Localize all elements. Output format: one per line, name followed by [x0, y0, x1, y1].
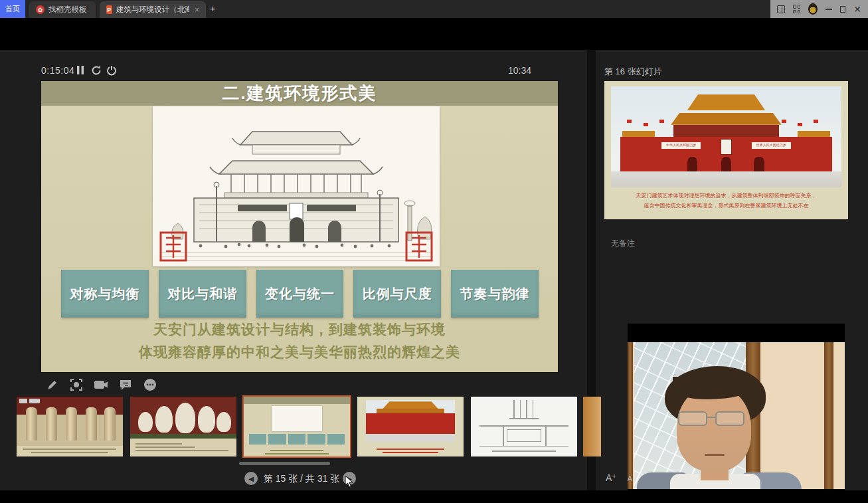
pause-icon[interactable] — [76, 65, 85, 75]
elapsed-timer: 0:15:04 — [41, 65, 74, 76]
next-slide-header: 第 16 张幻灯片 — [604, 66, 662, 78]
banner-left: 中华人民共和国万岁 — [661, 142, 701, 150]
banner-right: 世界人民大团结万岁 — [752, 142, 791, 150]
button-variety-unity[interactable]: 变化与统一 — [256, 270, 344, 318]
principle-buttons: 对称与均衡 对比与和谐 变化与统一 比例与尺度 节奏与韵律 — [61, 270, 539, 318]
presenter — [640, 362, 812, 489]
docer-icon: ✿ — [36, 5, 44, 14]
tab-docer-label: 找稻壳模板 — [48, 5, 87, 15]
tab-home[interactable]: 首页 — [0, 0, 25, 18]
presenter-webcam[interactable] — [628, 324, 845, 490]
slide-caption-line1: 天安门从建筑设计与结构，到建筑装饰与环境 — [41, 320, 558, 339]
thumbnail-slide-18-partial[interactable] — [583, 397, 601, 456]
preview-caption-line2: 蕴含中国传统文化和审美理念，形式美原则在整座建筑环境上无处不在 — [611, 201, 841, 211]
thumbnail-slide-13[interactable] — [17, 397, 123, 456]
tab-document[interactable]: P 建筑与环境设计（北海）(2).pptx × — [100, 1, 206, 18]
restart-icon[interactable] — [91, 65, 102, 76]
previous-slide-button[interactable]: ◀ — [244, 472, 258, 485]
presentation-stage: 0:15:04 10:34 二.建筑环境形式美 — [0, 50, 868, 490]
next-slide-preview[interactable]: 中华人民共和国万岁 世界人民大团结万岁 天安门建筑艺术体现对理想环境的追求，从建… — [604, 81, 848, 219]
tab-bar: 首页 ✿ 找稻壳模板 P 建筑与环境设计（北海）(2).pptx × + ✕ — [0, 0, 868, 18]
ppt-file-icon: P — [106, 5, 112, 14]
minimize-button[interactable] — [825, 9, 831, 10]
tab-docer-templates[interactable]: ✿ 找稻壳模板 — [29, 1, 96, 18]
slide-counter: 第 15 张 / 共 31 张 — [262, 473, 341, 485]
pen-tool-button[interactable] — [44, 377, 60, 393]
slide-filmstrip — [0, 396, 587, 458]
power-icon[interactable] — [106, 65, 117, 76]
portrait — [721, 139, 732, 155]
camera-button[interactable] — [93, 377, 109, 393]
user-avatar[interactable] — [808, 3, 818, 15]
font-decrease-button[interactable]: A — [628, 474, 632, 482]
new-tab-button[interactable]: + — [210, 3, 216, 14]
grid-view-icon[interactable] — [793, 5, 800, 13]
laser-pointer-button[interactable] — [68, 377, 84, 393]
thumbnail-slide-17[interactable] — [471, 397, 577, 456]
filmstrip-scrollbar[interactable] — [239, 462, 330, 465]
notes-font-controls: A⁺ A — [606, 472, 632, 483]
window-controls: ✕ — [770, 0, 868, 18]
thumbnail-slide-14[interactable] — [130, 397, 236, 456]
restore-button[interactable] — [840, 6, 846, 13]
wall-clock: 10:34 — [508, 65, 531, 76]
tiananmen-engraving-image — [153, 106, 440, 266]
button-contrast-harmony[interactable]: 对比与和谐 — [159, 270, 246, 318]
slide-title: 二.建筑环境形式美 — [41, 81, 558, 106]
current-slide[interactable]: 二.建筑环境形式美 — [41, 81, 558, 372]
font-increase-button[interactable]: A⁺ — [606, 472, 617, 483]
preview-caption-line1: 天安门建筑艺术体现对理想环境的追求，从建筑整体到细部装饰的呼应关系， — [611, 191, 841, 201]
mouse-cursor — [345, 475, 354, 488]
notes-placeholder: 无备注 — [611, 238, 635, 249]
webcam-video — [628, 342, 845, 489]
button-symmetry-balance[interactable]: 对称与均衡 — [61, 270, 149, 318]
comment-button[interactable] — [118, 377, 133, 393]
tab-document-label: 建筑与环境设计（北海）(2).pptx — [116, 5, 189, 15]
play-bar: 0:15:04 10:34 — [41, 63, 558, 79]
annotation-toolbar — [44, 377, 158, 393]
thumbnail-slide-15-current[interactable] — [244, 397, 350, 456]
tab-close-icon[interactable]: × — [195, 5, 199, 15]
more-options-button[interactable] — [142, 377, 158, 393]
split-view-icon[interactable] — [777, 5, 785, 13]
button-rhythm-cadence[interactable]: 节奏与韵律 — [451, 270, 539, 318]
close-button[interactable]: ✕ — [853, 5, 861, 14]
thumbnail-slide-16[interactable] — [357, 397, 464, 456]
slide-caption-line2: 体现雍容醇厚的中和之美与美华丽热烈的辉煌之美 — [41, 343, 558, 361]
app-window: 首页 ✿ 找稻壳模板 P 建筑与环境设计（北海）(2).pptx × + ✕ 0… — [0, 0, 868, 503]
tiananmen-photo: 中华人民共和国万岁 世界人民大团结万岁 — [611, 86, 841, 187]
slide-navigation: ◀ 第 15 张 / 共 31 张 ▶ — [239, 470, 362, 488]
button-proportion-scale[interactable]: 比例与尺度 — [353, 270, 441, 318]
